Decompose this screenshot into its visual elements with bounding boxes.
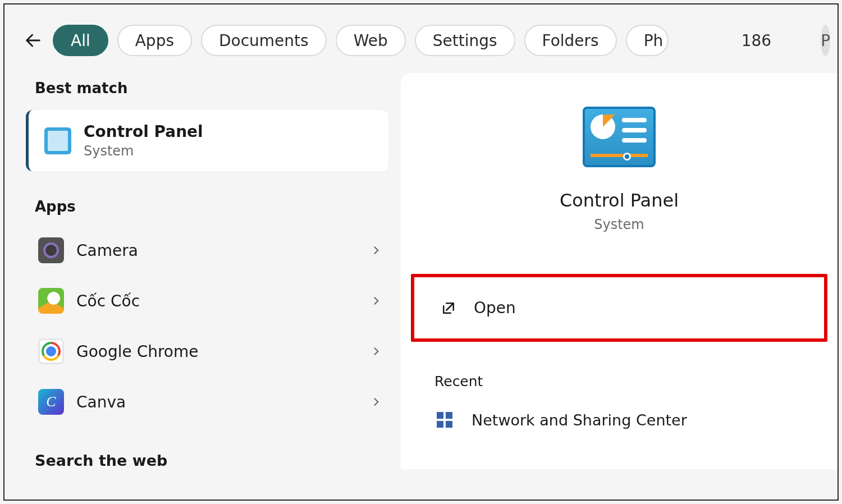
preview-subtitle: System bbox=[594, 217, 644, 232]
filter-pills: All Apps Documents Web Settings Folders … bbox=[53, 25, 669, 56]
open-external-icon bbox=[440, 300, 457, 317]
preview-title: Control Panel bbox=[560, 190, 679, 211]
camera-icon bbox=[38, 237, 64, 263]
filter-apps[interactable]: Apps bbox=[117, 25, 192, 56]
recent-heading: Recent bbox=[401, 342, 838, 405]
arrow-left-icon bbox=[24, 31, 43, 50]
rewards-points[interactable]: 186 bbox=[742, 31, 771, 50]
search-web-heading: Search the web bbox=[4, 427, 401, 469]
network-icon bbox=[434, 410, 455, 430]
app-row-chrome[interactable]: Google Chrome bbox=[4, 326, 401, 377]
filter-web[interactable]: Web bbox=[336, 25, 406, 56]
filter-photos-truncated[interactable]: Ph bbox=[626, 25, 669, 56]
best-match-title: Control Panel bbox=[84, 122, 203, 141]
best-match-subtitle: System bbox=[84, 143, 203, 159]
best-match-item[interactable]: Control Panel System bbox=[26, 110, 388, 171]
chevron-right-icon bbox=[370, 346, 382, 357]
filter-all[interactable]: All bbox=[53, 25, 108, 56]
coccoc-icon bbox=[38, 288, 64, 314]
apps-heading: Apps bbox=[4, 171, 401, 225]
control-panel-icon bbox=[44, 127, 71, 154]
open-action[interactable]: Open bbox=[411, 274, 827, 342]
filter-folders[interactable]: Folders bbox=[524, 25, 617, 56]
preview-panel: Control Panel System Open Recent Network… bbox=[401, 73, 838, 469]
filter-settings[interactable]: Settings bbox=[415, 25, 515, 56]
control-panel-large-icon bbox=[583, 107, 656, 167]
best-match-text: Control Panel System bbox=[84, 122, 203, 159]
search-window: All Apps Documents Web Settings Folders … bbox=[3, 3, 839, 501]
chevron-right-icon bbox=[370, 245, 382, 256]
canva-icon: C bbox=[38, 389, 64, 415]
app-row-coccoc[interactable]: Cốc Cốc bbox=[4, 276, 401, 326]
filter-documents[interactable]: Documents bbox=[201, 25, 327, 56]
app-name: Canva bbox=[76, 393, 370, 411]
actions-area: Open bbox=[401, 274, 838, 342]
body: Best match Control Panel System Apps Cam… bbox=[4, 73, 838, 469]
profile-avatar[interactable]: P bbox=[821, 25, 830, 56]
chevron-right-icon bbox=[370, 396, 382, 407]
best-match-heading: Best match bbox=[4, 80, 401, 110]
app-name: Cốc Cốc bbox=[76, 292, 370, 310]
chevron-right-icon bbox=[370, 295, 382, 306]
app-name: Google Chrome bbox=[76, 342, 370, 361]
app-name: Camera bbox=[76, 241, 370, 260]
recent-item-label: Network and Sharing Center bbox=[472, 411, 687, 429]
chrome-icon bbox=[38, 338, 64, 364]
back-button[interactable] bbox=[24, 26, 43, 55]
app-row-canva[interactable]: C Canva bbox=[4, 377, 401, 427]
open-label: Open bbox=[474, 299, 516, 317]
results-panel: Best match Control Panel System Apps Cam… bbox=[4, 73, 401, 469]
header-bar: All Apps Documents Web Settings Folders … bbox=[4, 4, 838, 73]
recent-item[interactable]: Network and Sharing Center bbox=[401, 405, 838, 430]
app-row-camera[interactable]: Camera bbox=[4, 225, 401, 276]
